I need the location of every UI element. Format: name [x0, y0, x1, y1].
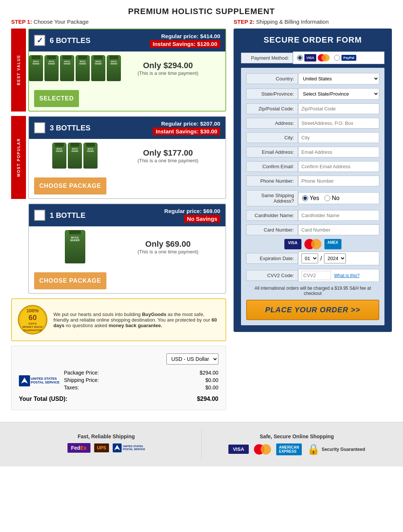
same-shipping-yes-text: Yes	[310, 195, 319, 202]
footer-shipping-logos: FedEx UPS UNITED STATESPOSTAL SERVICE	[67, 443, 145, 453]
package-6bottle-checkbox[interactable]: ✓	[34, 35, 45, 46]
package-1bottle-one-time: (This is a one time payment)	[116, 249, 220, 255]
bottles-3: MYCONUKER MYCONUKER MYCONUKER	[52, 143, 98, 169]
card-number-input[interactable]	[298, 225, 379, 235]
paypal-small-icon: PayPal	[341, 55, 356, 61]
package-3bottle-name: 3 BOTTLES	[50, 124, 153, 132]
package-1bottle-header: 1 BOTTLE Regular price: $69.00 No Saving…	[29, 204, 225, 226]
place-order-button[interactable]: PLACE YOUR ORDER >>	[246, 300, 379, 320]
cvv-what-link[interactable]: What is this?	[334, 273, 360, 278]
package-3bottle-header: 3 BOTTLES Regular price: $207.00 Instant…	[29, 117, 225, 139]
summary-box: USD - US Dollar UNITED STATES POSTAL SER…	[11, 346, 226, 410]
address-input[interactable]	[298, 118, 379, 129]
email-row: Email Address:	[246, 147, 379, 157]
package-3bottle-checkbox[interactable]	[34, 122, 45, 133]
bottle-1: MYCONUKER	[29, 55, 43, 81]
country-select[interactable]: United States	[298, 73, 379, 84]
total-value: $294.00	[197, 396, 218, 402]
ups-logo: UPS	[94, 443, 109, 452]
bottles-1: MYCONUKER	[65, 230, 85, 263]
mc-small-icon	[318, 54, 330, 61]
shipping-price-value: $0.00	[205, 377, 218, 383]
cardholder-input[interactable]	[298, 210, 379, 221]
payment-cc-option[interactable]: VISA	[297, 54, 330, 61]
visa-small-icon: VISA	[304, 54, 316, 61]
phone-input[interactable]	[298, 176, 379, 186]
same-shipping-no-radio[interactable]	[324, 195, 330, 201]
footer-security-title: Safe, Secure Online Shopping	[260, 433, 334, 439]
package-1bottle-checkbox[interactable]	[34, 210, 45, 221]
package-6bottle-price-info: Regular price: $414.00 Instant Savings: …	[150, 33, 220, 48]
payment-options: VISA PayPal	[293, 51, 384, 64]
seal-text: DAYSMONEY BACKGUARANTEE	[23, 322, 43, 332]
payment-paypal-radio[interactable]	[334, 55, 340, 61]
zip-row: Zip/Postal Code:	[246, 103, 379, 114]
taxes-line: Taxes: $0.00	[64, 385, 218, 390]
payment-cc-radio[interactable]	[297, 55, 303, 61]
taxes-label: Taxes:	[64, 385, 79, 390]
usps-eagle-icon	[19, 375, 30, 386]
best-value-badge: BEST VALUE	[11, 29, 26, 112]
card-icons-row: VISA AMEX	[246, 239, 379, 249]
package-6bottle-body: MYCONUKER MYCONUKER MYCONUKER MYCONUKER …	[29, 51, 225, 86]
usps-name-text: UNITED STATES POSTAL SERVICE	[31, 377, 60, 385]
footer-mc-icon	[254, 444, 271, 455]
package-1bottle-card[interactable]: 1 BOTTLE Regular price: $69.00 No Saving…	[28, 203, 226, 294]
usps-row: UNITED STATES POSTAL SERVICE Package Pri…	[19, 370, 218, 392]
country-label: Country:	[246, 73, 298, 84]
usps-logo: UNITED STATES POSTAL SERVICE	[19, 375, 60, 386]
expiry-label: Expiration Date:	[246, 253, 298, 264]
bottle-1-1: MYCONUKER	[65, 230, 85, 263]
package-6bottle-image: MYCONUKER MYCONUKER MYCONUKER MYCONUKER …	[34, 55, 116, 81]
package-3bottle-only-price: Only $177.00	[116, 148, 220, 158]
form-inner: Country: United States State/Province: S…	[241, 68, 384, 325]
intl-note: All international orders will be charged…	[246, 286, 379, 296]
package-6bottle-btn[interactable]: SELECTED	[34, 90, 79, 107]
svg-marker-0	[21, 378, 28, 383]
city-input[interactable]	[298, 132, 379, 143]
package-6bottle-name: 6 BOTTLES	[50, 36, 150, 45]
currency-select[interactable]: USD - US Dollar	[166, 353, 218, 365]
package-price-line: Package Price: $294.00	[64, 370, 218, 376]
package-price-label: Package Price:	[64, 370, 99, 376]
confirm-email-input[interactable]	[298, 161, 379, 172]
total-label: Your Total (USD):	[19, 396, 67, 402]
footer-security-col: Safe, Secure Online Shopping VISA AMERIC…	[202, 430, 392, 459]
same-shipping-no-label[interactable]: No	[324, 195, 339, 202]
package-3bottle-card[interactable]: 3 BOTTLES Regular price: $207.00 Instant…	[28, 116, 226, 199]
step1-number: STEP 1:	[11, 19, 32, 25]
package-price-value: $294.00	[199, 370, 218, 376]
usps-footer-logo: UNITED STATESPOSTAL SERVICE	[113, 443, 145, 452]
package-3bottle-regular: Regular price: $207.00	[153, 120, 220, 127]
seal-pct: 100%	[26, 308, 39, 313]
state-select[interactable]: Select State/Province	[298, 88, 379, 100]
same-shipping-yes-radio[interactable]	[302, 195, 308, 201]
payment-method-label: Payment Method:	[241, 53, 293, 63]
shipping-price-label: Shipping Price:	[64, 377, 99, 383]
email-input[interactable]	[298, 147, 379, 157]
phone-label: Phone Number:	[246, 176, 298, 186]
bottle-5: MYCONUKER	[91, 55, 105, 81]
payment-paypal-option[interactable]: PayPal	[334, 55, 356, 61]
package-3bottle-savings: Instant Savings: $30.00	[153, 127, 220, 135]
cardholder-label: Cardholder Name:	[246, 210, 298, 221]
phone-row: Phone Number:	[246, 176, 379, 186]
cvv-input[interactable]	[301, 271, 331, 280]
package-6bottle-details: Only $294.00 (This is a one time payment…	[116, 61, 220, 76]
seal-days: 60	[29, 313, 37, 322]
footer-shipping-title: Fast, Reliable Shipping	[77, 433, 135, 439]
footer-security-badge: 🔒 Security Guaranteed	[307, 443, 365, 455]
expiry-month-select[interactable]: 01020304 05060708 09101112	[301, 253, 318, 263]
footer-shipping-col: Fast, Reliable Shipping FedEx UPS UNITED…	[11, 430, 202, 459]
email-label: Email Address:	[246, 147, 298, 157]
footer-security-logos: VISA AMERICANEXPRESS 🔒 Security Guarante…	[228, 443, 365, 455]
package-1bottle-wrapper: 1 BOTTLE Regular price: $69.00 No Saving…	[28, 203, 226, 294]
package-6bottle-card[interactable]: ✓ 6 BOTTLES Regular price: $414.00 Insta…	[28, 29, 226, 112]
taxes-value: $0.00	[205, 385, 218, 390]
summary-lines: Package Price: $294.00 Shipping Price: $…	[64, 370, 218, 392]
same-shipping-yes-label[interactable]: Yes	[302, 195, 319, 202]
package-3bottle-btn[interactable]: CHOOSE PACKAGE	[34, 177, 106, 194]
package-1bottle-btn[interactable]: CHOOSE PACKAGE	[34, 272, 106, 289]
expiry-year-select[interactable]: 202420252026 202720282029	[324, 253, 346, 263]
zip-input[interactable]	[298, 103, 379, 114]
